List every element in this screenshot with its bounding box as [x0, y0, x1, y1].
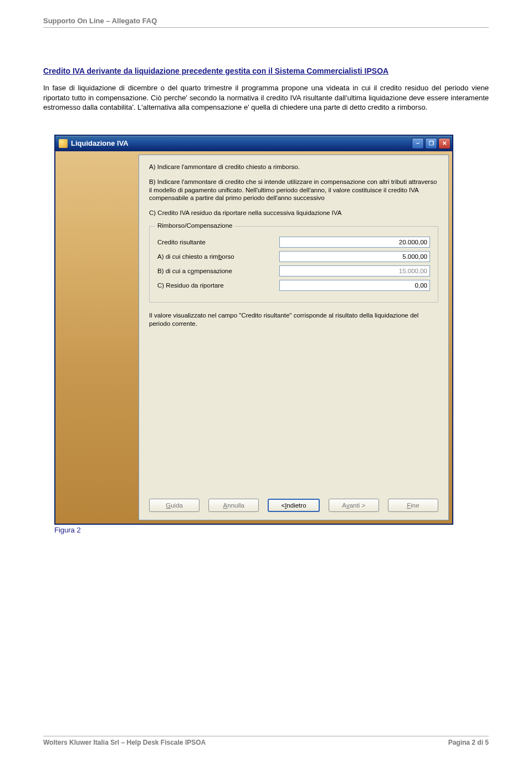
- label-rimborso: A) di cui chiesto a rimborso: [157, 253, 279, 260]
- indietro-button[interactable]: < Indietro: [268, 499, 319, 512]
- avanti-button[interactable]: Avanti >: [329, 499, 379, 512]
- input-rimborso[interactable]: [279, 251, 430, 262]
- button-row: Guida Annulla < Indietro Avanti > Fine: [149, 477, 438, 512]
- titlebar: Liquidazione IVA – ❐ ✕: [55, 136, 452, 151]
- guida-button[interactable]: Guida: [149, 499, 200, 512]
- instruction-b: B) Indicare l'ammontare di credito che s…: [149, 178, 438, 203]
- section-title: Credito IVA derivante da liquidazione pr…: [43, 66, 489, 75]
- figure-caption: Figura 2: [54, 526, 489, 534]
- label-residuo: C) Residuo da riportare: [157, 282, 279, 289]
- label-credito-risultante: Credito risultante: [157, 239, 279, 245]
- rimborso-compensazione-group: Rimborso/Compensazione Credito risultant…: [149, 226, 438, 303]
- doc-header: Supporto On Line – Allegato FAQ: [43, 17, 489, 28]
- app-window: Liquidazione IVA – ❐ ✕ A) Indicare l'amm…: [54, 135, 453, 525]
- window-body: A) Indicare l'ammontare di credito chies…: [139, 155, 449, 520]
- note-text: Il valore visualizzato nel campo "Credit…: [149, 311, 438, 328]
- input-compensazione[interactable]: [279, 265, 430, 276]
- window-title: Liquidazione IVA: [71, 139, 129, 147]
- close-button[interactable]: ✕: [438, 138, 451, 149]
- input-residuo[interactable]: [279, 280, 430, 291]
- annulla-button[interactable]: Annulla: [208, 499, 259, 512]
- footer-right: Pagina 2 di 5: [448, 739, 489, 746]
- instruction-a: A) Indicare l'ammontare di credito chies…: [149, 163, 438, 171]
- app-screenshot: Liquidazione IVA – ❐ ✕ A) Indicare l'amm…: [54, 135, 453, 525]
- maximize-button[interactable]: ❐: [425, 138, 437, 149]
- footer-left: Wolters Kluwer Italia Srl – Help Desk Fi…: [43, 739, 206, 746]
- doc-footer: Wolters Kluwer Italia Srl – Help Desk Fi…: [43, 736, 489, 746]
- fine-button[interactable]: Fine: [388, 499, 438, 512]
- minimize-button[interactable]: –: [412, 138, 424, 149]
- body-text: In fase di liquidazione di dicembre o de…: [43, 83, 489, 112]
- app-icon: [59, 139, 68, 148]
- instruction-c: C) Credito IVA residuo da riportare nell…: [149, 209, 438, 217]
- fieldset-legend: Rimborso/Compensazione: [155, 222, 235, 229]
- input-credito-risultante[interactable]: [279, 237, 430, 248]
- label-compensazione: B) di cui a compensazione: [157, 268, 279, 274]
